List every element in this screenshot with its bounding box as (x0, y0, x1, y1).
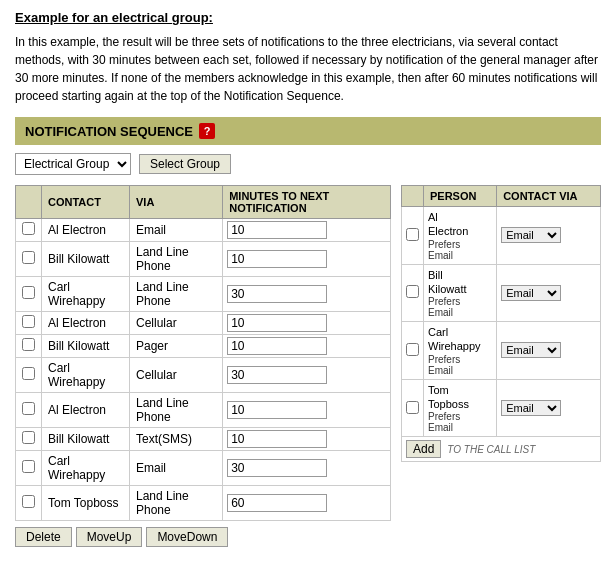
contact-via: Cellular (130, 312, 223, 335)
row-checkbox[interactable] (22, 338, 35, 351)
minutes-input[interactable] (227, 314, 327, 332)
row-checkbox[interactable] (22, 367, 35, 380)
row-checkbox[interactable] (22, 286, 35, 299)
row-checkbox[interactable] (22, 460, 35, 473)
table-row: Carl Wirehappy Land Line Phone (16, 277, 391, 312)
contact-via: Email (130, 451, 223, 486)
person-checkbox[interactable] (406, 343, 419, 356)
add-row: Add TO THE CALL LIST (401, 437, 601, 462)
main-area: CONTACT VIA MINUTES TO NEXT NOTIFICATION… (15, 185, 601, 547)
col-via: VIA (130, 186, 223, 219)
person-name-cell: TomTopboss PrefersEmail (424, 379, 497, 437)
minutes-cell (223, 312, 391, 335)
row-checkbox[interactable] (22, 495, 35, 508)
contact-via: Land Line Phone (130, 393, 223, 428)
contact-via-select[interactable]: Email (501, 285, 561, 301)
person-checkbox[interactable] (406, 401, 419, 414)
minutes-input[interactable] (227, 337, 327, 355)
row-checkbox[interactable] (22, 431, 35, 444)
contact-table: CONTACT VIA MINUTES TO NEXT NOTIFICATION… (15, 185, 391, 521)
person-checkbox-cell (402, 322, 424, 380)
person-name-cell: BillKilowatt PrefersEmail (424, 264, 497, 322)
minutes-input[interactable] (227, 366, 327, 384)
select-group-button[interactable]: Select Group (139, 154, 231, 174)
minutes-cell (223, 335, 391, 358)
table-row: Tom Topboss Land Line Phone (16, 486, 391, 521)
contact-via: Land Line Phone (130, 486, 223, 521)
minutes-cell (223, 428, 391, 451)
contact-via: Pager (130, 335, 223, 358)
group-select[interactable]: Electrical Group (15, 153, 131, 175)
person-prefers: PrefersEmail (428, 411, 492, 433)
minutes-cell (223, 358, 391, 393)
person-contact-via-cell: Email (497, 264, 601, 322)
section-header: NOTIFICATION SEQUENCE ? (15, 117, 601, 145)
row-checkbox[interactable] (22, 251, 35, 264)
contact-via: Cellular (130, 358, 223, 393)
page-title: Example for an electrical group: (15, 10, 601, 25)
controls-row: Electrical Group Select Group (15, 153, 601, 175)
minutes-input[interactable] (227, 285, 327, 303)
person-checkbox[interactable] (406, 228, 419, 241)
person-checkbox-cell (402, 207, 424, 265)
table-row: Bill Kilowatt Text(SMS) (16, 428, 391, 451)
row-checkbox-cell (16, 277, 42, 312)
add-button[interactable]: Add (406, 440, 441, 458)
col-check (16, 186, 42, 219)
row-checkbox[interactable] (22, 402, 35, 415)
minutes-cell (223, 393, 391, 428)
contact-via: Land Line Phone (130, 277, 223, 312)
move-down-button[interactable]: MoveDown (146, 527, 228, 547)
table-row: Carl Wirehappy Email (16, 451, 391, 486)
minutes-input[interactable] (227, 250, 327, 268)
row-checkbox-cell (16, 486, 42, 521)
person-contact-via-cell: Email (497, 207, 601, 265)
person-row: CarlWirehappy PrefersEmail Email (402, 322, 601, 380)
minutes-cell (223, 242, 391, 277)
section-title: NOTIFICATION SEQUENCE (25, 124, 193, 139)
person-name: TomTopboss (428, 383, 492, 412)
row-checkbox-cell (16, 358, 42, 393)
minutes-input[interactable] (227, 459, 327, 477)
description: In this example, the result will be thre… (15, 33, 601, 105)
minutes-input[interactable] (227, 221, 327, 239)
minutes-input[interactable] (227, 494, 327, 512)
minutes-input[interactable] (227, 401, 327, 419)
left-section: CONTACT VIA MINUTES TO NEXT NOTIFICATION… (15, 185, 391, 547)
person-checkbox[interactable] (406, 285, 419, 298)
person-checkbox-cell (402, 379, 424, 437)
row-checkbox-cell (16, 451, 42, 486)
contact-name: Carl Wirehappy (42, 277, 130, 312)
person-name: CarlWirehappy (428, 325, 492, 354)
row-checkbox-cell (16, 393, 42, 428)
table-row: Al Electron Land Line Phone (16, 393, 391, 428)
col-contact: CONTACT (42, 186, 130, 219)
person-row: BillKilowatt PrefersEmail Email (402, 264, 601, 322)
bottom-buttons: Delete MoveUp MoveDown (15, 527, 391, 547)
minutes-cell (223, 219, 391, 242)
person-checkbox-cell (402, 264, 424, 322)
table-row: Al Electron Cellular (16, 312, 391, 335)
delete-button[interactable]: Delete (15, 527, 72, 547)
person-name-cell: CarlWirehappy PrefersEmail (424, 322, 497, 380)
contact-name: Carl Wirehappy (42, 451, 130, 486)
row-checkbox[interactable] (22, 315, 35, 328)
contact-via: Text(SMS) (130, 428, 223, 451)
contact-name: Bill Kilowatt (42, 428, 130, 451)
minutes-cell (223, 486, 391, 521)
help-icon[interactable]: ? (199, 123, 215, 139)
person-row: TomTopboss PrefersEmail Email (402, 379, 601, 437)
minutes-input[interactable] (227, 430, 327, 448)
person-name-cell: AlElectron PrefersEmail (424, 207, 497, 265)
row-checkbox[interactable] (22, 222, 35, 235)
contact-via-select[interactable]: Email (501, 400, 561, 416)
contact-name: Tom Topboss (42, 486, 130, 521)
contact-via-select[interactable]: Email (501, 342, 561, 358)
contact-via: Land Line Phone (130, 242, 223, 277)
right-section: PERSON CONTACT VIA AlElectron PrefersEma… (401, 185, 601, 462)
contact-via-select[interactable]: Email (501, 227, 561, 243)
move-up-button[interactable]: MoveUp (76, 527, 143, 547)
row-checkbox-cell (16, 219, 42, 242)
row-checkbox-cell (16, 242, 42, 277)
col-contact-via: CONTACT VIA (497, 186, 601, 207)
